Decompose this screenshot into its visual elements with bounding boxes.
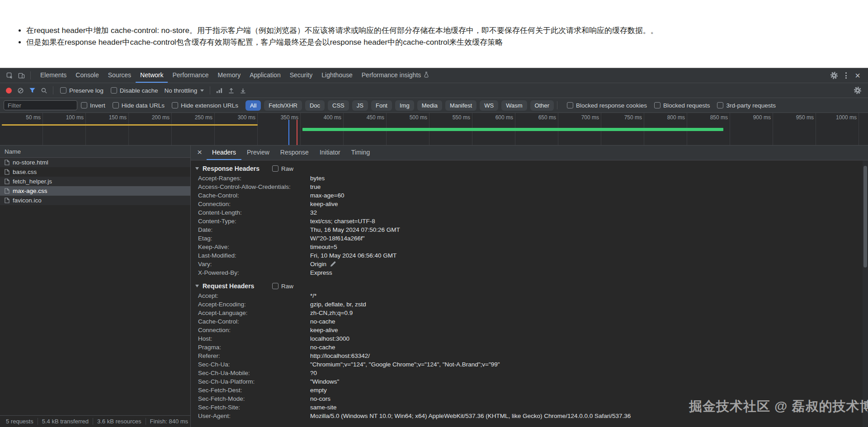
- advanced-filter-checkbox[interactable]: [654, 102, 660, 108]
- resource-type-filter[interactable]: Manifest: [445, 100, 476, 111]
- request-row[interactable]: base.css: [0, 167, 190, 177]
- advanced-filter-checkbox[interactable]: [567, 102, 573, 108]
- tick-label: 950 ms: [796, 113, 816, 121]
- advanced-filter-toggle[interactable]: Blocked requests: [654, 102, 710, 109]
- resource-type-filter[interactable]: Other: [530, 100, 554, 111]
- collapse-triangle-icon[interactable]: [195, 167, 199, 170]
- advanced-filter-toggle[interactable]: Blocked response cookies: [567, 102, 647, 109]
- header-name: Accept-Ranges:: [198, 174, 310, 183]
- header-value: Origin: [310, 260, 326, 268]
- resource-type-filter[interactable]: JS: [352, 100, 368, 111]
- request-row[interactable]: favicon.ico: [0, 196, 190, 205]
- hide-extension-urls-checkbox[interactable]: [172, 102, 178, 108]
- resource-type-filter[interactable]: CSS: [328, 100, 349, 111]
- filter-input[interactable]: [4, 100, 77, 110]
- preserve-log-toggle[interactable]: Preserve log: [60, 87, 104, 94]
- resource-type-filter[interactable]: WS: [480, 100, 498, 111]
- invert-checkbox[interactable]: [81, 102, 87, 108]
- devtools-tab[interactable]: Performance: [168, 68, 213, 83]
- devtools-tab[interactable]: Elements: [36, 68, 71, 83]
- request-row[interactable]: no-store.html: [0, 158, 190, 167]
- scrollbar-thumb[interactable]: [863, 166, 867, 267]
- header-name: Vary:: [198, 260, 310, 268]
- resource-type-filter[interactable]: Fetch/XHR: [264, 100, 302, 111]
- timeline-overview[interactable]: 50 ms 100 ms 150 ms 200 ms 2: [0, 113, 868, 145]
- record-network-log-icon[interactable]: [3, 84, 14, 96]
- invert-toggle[interactable]: Invert: [81, 102, 105, 109]
- network-conditions-icon[interactable]: [213, 84, 225, 96]
- device-toolbar-icon[interactable]: [15, 70, 27, 81]
- throttling-select[interactable]: No throttling: [162, 86, 207, 95]
- resource-type-filter[interactable]: Media: [417, 100, 442, 111]
- header-name: Sec-Ch-Ua-Mobile:: [198, 369, 310, 377]
- file-icon: [5, 188, 9, 194]
- header-value: Mozilla/5.0 (Windows NT 10.0; Win64; x64…: [310, 412, 631, 420]
- close-devtools-icon[interactable]: ×: [852, 70, 863, 81]
- more-options-icon[interactable]: [840, 70, 852, 81]
- header-row: Accept-Ranges: bytes: [194, 174, 861, 183]
- hide-data-urls-toggle[interactable]: Hide data URLs: [113, 102, 165, 109]
- header-name: Sec-Fetch-Site:: [198, 403, 310, 412]
- resource-type-filter[interactable]: Img: [395, 100, 414, 111]
- raw-checkbox[interactable]: [272, 283, 278, 289]
- tick-label: 450 ms: [367, 113, 386, 121]
- resource-type-filter[interactable]: Wasm: [501, 100, 527, 111]
- section-header[interactable]: Request Headers Raw: [194, 281, 861, 291]
- hide-extension-urls-toggle[interactable]: Hide extension URLs: [172, 102, 238, 109]
- raw-toggle[interactable]: Raw: [272, 283, 293, 290]
- inspect-icon[interactable]: [4, 70, 15, 81]
- detail-tab[interactable]: Timing: [346, 145, 376, 160]
- name-column-header[interactable]: Name: [0, 145, 190, 158]
- devtools-tab[interactable]: Security: [285, 68, 317, 83]
- devtools-tab[interactable]: Sources: [104, 68, 136, 83]
- network-settings-gear-icon[interactable]: [852, 84, 863, 96]
- disable-cache-checkbox[interactable]: [111, 87, 117, 94]
- raw-checkbox[interactable]: [272, 165, 278, 172]
- advanced-filter-checkbox[interactable]: [717, 102, 723, 108]
- devtools-tab[interactable]: Network: [136, 68, 168, 83]
- hide-data-urls-checkbox[interactable]: [113, 102, 119, 108]
- resource-type-filter[interactable]: Font: [371, 100, 392, 111]
- clear-network-log-icon[interactable]: [14, 84, 26, 96]
- edit-header-icon[interactable]: [330, 261, 336, 267]
- resource-type-filter[interactable]: All: [245, 100, 261, 111]
- timeline-tick: 900 ms: [730, 113, 773, 145]
- detail-tab[interactable]: Response: [275, 145, 314, 160]
- preserve-log-checkbox[interactable]: [60, 87, 66, 94]
- resource-type-filters: All Fetch/XHR Doc CSS JS Font Img Media …: [245, 100, 554, 111]
- request-row[interactable]: max-age.css: [0, 186, 190, 196]
- settings-gear-icon[interactable]: [828, 70, 840, 81]
- advanced-filters: Blocked response cookies Blocked request…: [563, 102, 779, 109]
- collapse-triangle-icon[interactable]: [195, 285, 199, 287]
- request-row[interactable]: fetch_helper.js: [0, 177, 190, 186]
- devtools-tab[interactable]: Application: [245, 68, 285, 83]
- devtools-tab[interactable]: Performance insights: [357, 68, 434, 83]
- devtools-tab[interactable]: Memory: [213, 68, 245, 83]
- filter-funnel-icon[interactable]: [26, 84, 38, 96]
- import-har-icon[interactable]: [225, 84, 237, 96]
- header-value: gzip, deflate, br, zstd: [310, 300, 366, 309]
- section-header[interactable]: Response Headers Raw: [194, 163, 861, 174]
- header-name: Content-Type:: [198, 217, 310, 225]
- timeline-tick: 350 ms: [258, 113, 301, 145]
- detail-tab[interactable]: Initiator: [314, 145, 346, 160]
- advanced-filter-label: Blocked requests: [663, 102, 710, 109]
- tick-label: 750 ms: [624, 113, 644, 121]
- header-name: Connection:: [198, 326, 310, 334]
- export-har-icon[interactable]: [237, 84, 249, 96]
- raw-label: Raw: [281, 283, 293, 290]
- raw-toggle[interactable]: Raw: [272, 165, 293, 172]
- header-name: Sec-Ch-Ua:: [198, 360, 310, 369]
- devtools-tab[interactable]: Lighthouse: [317, 68, 357, 83]
- devtools-tab[interactable]: Console: [71, 68, 103, 83]
- close-detail-icon[interactable]: ×: [191, 147, 207, 158]
- queued-requests-bar: [2, 124, 258, 126]
- detail-scrollbar[interactable]: [863, 160, 868, 427]
- advanced-filter-toggle[interactable]: 3rd-party requests: [717, 102, 776, 109]
- detail-tab[interactable]: Preview: [241, 145, 275, 160]
- search-icon[interactable]: [38, 84, 50, 96]
- selected-request-bar: [302, 128, 723, 131]
- detail-tab[interactable]: Headers: [207, 145, 241, 160]
- resource-type-filter[interactable]: Doc: [305, 100, 325, 111]
- disable-cache-toggle[interactable]: Disable cache: [111, 87, 158, 94]
